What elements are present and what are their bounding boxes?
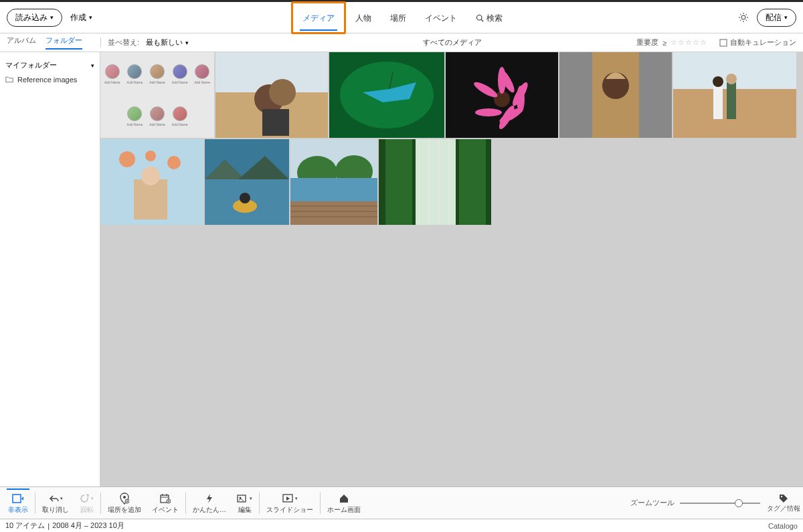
- sidebar-tab-album[interactable]: アルバム: [7, 35, 36, 50]
- tab-media[interactable]: メディア: [293, 3, 344, 32]
- slider-track[interactable]: [680, 503, 760, 504]
- rotate-button[interactable]: ▾ 回転: [74, 491, 99, 516]
- svg-rect-53: [290, 201, 377, 225]
- svg-rect-60: [459, 139, 486, 225]
- thumbnail[interactable]: [559, 52, 672, 138]
- bb-label: 場所を追加: [108, 505, 141, 515]
- share-label: 配信: [766, 12, 782, 23]
- edit-button[interactable]: ▾ 編集: [232, 491, 258, 516]
- svg-rect-65: [13, 495, 21, 503]
- home-button[interactable]: ホーム画面: [322, 491, 366, 516]
- tag-info-button[interactable]: タグ／情報: [767, 493, 800, 513]
- svg-point-0: [477, 15, 482, 21]
- home-icon: [339, 492, 349, 505]
- thumbnail[interactable]: [379, 139, 491, 225]
- search-button[interactable]: 検索: [466, 3, 512, 32]
- bb-label: スライドショー: [266, 505, 313, 515]
- import-button[interactable]: 読み込み ▾: [7, 9, 62, 27]
- svg-point-66: [123, 496, 126, 499]
- slider-knob[interactable]: [735, 499, 743, 507]
- instant-fix-button[interactable]: かんたん…: [187, 491, 232, 516]
- tab-label: イベント: [425, 13, 457, 23]
- top-tabs: メディア 人物 場所 イベント 検索: [291, 1, 512, 34]
- slideshow-icon: ▾: [282, 492, 298, 505]
- share-button[interactable]: 配信 ▾: [757, 9, 796, 27]
- undo-icon: ▾: [49, 492, 63, 505]
- tab-people[interactable]: 人物: [346, 3, 381, 32]
- svg-point-24: [475, 108, 502, 116]
- sort-value[interactable]: 最も新しい: [146, 37, 183, 48]
- thumbnail[interactable]: [290, 139, 377, 225]
- chevron-down-icon: ▾: [91, 62, 94, 69]
- statusbar: 10 アイテム | 2008 4月 – 2023 10月 Catalogo: [0, 519, 803, 532]
- topbar-left: 読み込み ▾ 作成 ▾: [7, 9, 92, 27]
- svg-point-42: [141, 167, 160, 185]
- brightness-icon[interactable]: [738, 12, 749, 23]
- sidebar-my-folder-label: マイフォルダー: [5, 60, 57, 70]
- sidebar-tabs: アルバム フォルダー: [0, 35, 100, 50]
- svg-rect-11: [720, 39, 727, 46]
- tab-label: 人物: [355, 13, 371, 23]
- add-place-button[interactable]: 場所を追加: [102, 491, 147, 516]
- sidebar-folder-item[interactable]: Reference images: [4, 73, 96, 86]
- svg-line-9: [740, 20, 741, 21]
- media-grid: Add Name Add Name Add Name Add Name Add …: [100, 52, 803, 486]
- zoom-label: ズームツール: [630, 498, 675, 508]
- bb-label: イベント: [152, 505, 179, 515]
- view-title: すべてのメディア: [423, 37, 482, 48]
- star-rating-filter[interactable]: ☆☆☆☆☆: [671, 38, 707, 47]
- tutorial-highlight: メディア: [291, 1, 346, 34]
- sidebar-my-folder[interactable]: マイフォルダー ▾: [4, 58, 96, 73]
- thumbnail[interactable]: [329, 52, 444, 138]
- pin-icon: [120, 492, 129, 505]
- auto-curation-toggle[interactable]: 自動キュレーション: [719, 37, 796, 48]
- importance-operator[interactable]: ≥: [662, 39, 666, 47]
- slideshow-button[interactable]: ▾ スライドショー: [261, 491, 319, 516]
- zoom-slider[interactable]: ズームツール: [630, 498, 760, 508]
- bb-label: 回転: [80, 505, 94, 515]
- svg-rect-33: [713, 86, 723, 119]
- svg-rect-59: [385, 139, 412, 225]
- bb-label: 非表示: [8, 505, 28, 515]
- chevron-down-icon: ▾: [784, 14, 788, 21]
- bb-label: 編集: [238, 505, 252, 515]
- sidebar-tab-folder[interactable]: フォルダー: [46, 35, 82, 50]
- topbar-right: 配信 ▾: [738, 9, 796, 27]
- rotate-icon: ▾: [80, 492, 94, 505]
- date-range: 2008 4月 – 2023 10月: [52, 521, 124, 531]
- svg-point-48: [240, 193, 250, 203]
- sortbar: 並べ替え: 最も新しい ▾ すべてのメディア 重要度 ≥ ☆☆☆☆☆ 自動キュレ…: [100, 37, 803, 48]
- thumbnail[interactable]: [205, 139, 289, 225]
- svg-line-1: [481, 19, 483, 21]
- search-label: 検索: [486, 13, 503, 24]
- thumbnail-people-grid[interactable]: Add Name Add Name Add Name Add Name Add …: [100, 52, 214, 138]
- event-button[interactable]: イベント: [147, 491, 184, 516]
- svg-rect-77: [238, 495, 246, 502]
- tag-info-label: タグ／情報: [767, 504, 800, 513]
- bb-label: かんたん…: [193, 505, 226, 515]
- tab-events[interactable]: イベント: [416, 3, 466, 32]
- svg-point-35: [713, 76, 723, 87]
- thumbnail[interactable]: [446, 52, 558, 138]
- sidebar-folder-label: Reference images: [17, 76, 77, 84]
- svg-point-38: [119, 151, 135, 167]
- tab-places[interactable]: 場所: [381, 3, 416, 32]
- chevron-down-icon[interactable]: ▾: [185, 39, 189, 46]
- thumbnail[interactable]: [673, 52, 796, 138]
- sort-label: 並べ替え:: [108, 37, 139, 48]
- svg-line-7: [740, 14, 741, 15]
- toggle-panel-button[interactable]: 非表示: [3, 491, 33, 516]
- checkbox-icon: [719, 39, 727, 47]
- sort-right-controls: 重要度 ≥ ☆☆☆☆☆ 自動キュレーション: [636, 37, 796, 48]
- catalog-name: Catalogo: [768, 522, 798, 530]
- bb-label: ホーム画面: [327, 505, 361, 515]
- svg-point-39: [167, 156, 181, 169]
- svg-rect-58: [416, 139, 456, 225]
- thumbnail[interactable]: [215, 52, 328, 138]
- create-button[interactable]: 作成 ▾: [70, 12, 92, 23]
- thumbnail[interactable]: [100, 139, 203, 225]
- chevron-down-icon: ▾: [89, 14, 92, 21]
- undo-button[interactable]: ▾ 取り消し: [37, 491, 74, 516]
- lightning-icon: [205, 492, 213, 505]
- item-count: 10 アイテム: [5, 521, 45, 531]
